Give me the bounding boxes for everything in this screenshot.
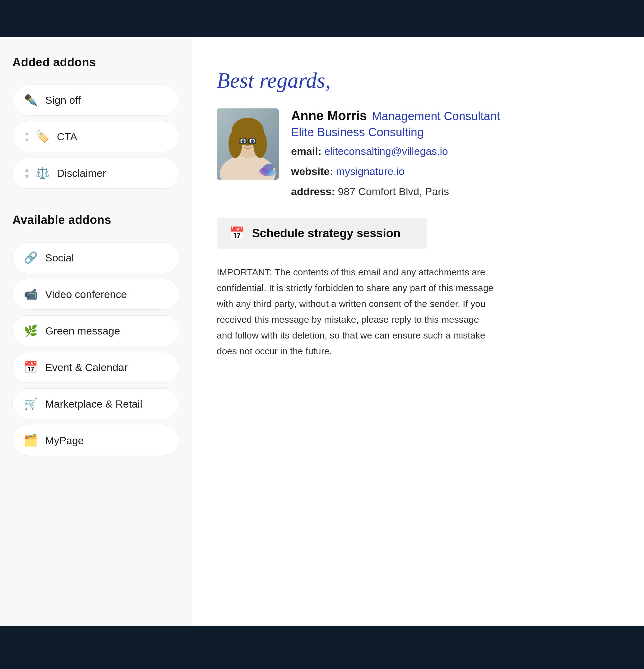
arrow-up[interactable]: ▲ <box>24 130 30 136</box>
added-addons-title: Added addons <box>12 56 179 69</box>
arrow-down[interactable]: ▼ <box>24 137 30 143</box>
sig-name: Anne Morris <box>291 109 367 123</box>
cta-button[interactable]: 📅 Schedule strategy session <box>217 218 427 249</box>
available-item-event-calendar[interactable]: 📅 Event & Calendar <box>12 352 179 383</box>
available-label-social: Social <box>45 252 74 264</box>
svg-point-6 <box>253 130 267 158</box>
reorder-arrows-disclaimer[interactable]: ▲ ▼ <box>24 167 30 180</box>
greeting-text: Best regards, <box>217 68 619 93</box>
addon-item-cta[interactable]: ▲ ▼ 🏷️ CTA <box>12 121 179 152</box>
address-value: 987 Comfort Blvd, Paris <box>338 186 449 197</box>
sig-website: website: mysignature.io <box>291 163 619 179</box>
email-link[interactable]: eliteconsalting@villegas.io <box>325 145 448 157</box>
main-container: Added addons ✒️ Sign off ▲ ▼ 🏷️ CTA ▲ ▼ … <box>0 37 644 626</box>
video-icon: 📹 <box>24 288 38 301</box>
available-label-green: Green message <box>45 325 120 337</box>
addon-label-sign-off: Sign off <box>45 94 81 106</box>
leaf-icon: 🌿 <box>24 324 38 337</box>
sig-company: Elite Business Consulting <box>291 126 619 139</box>
available-item-green-message[interactable]: 🌿 Green message <box>12 315 179 346</box>
addon-label-cta: CTA <box>57 131 77 143</box>
sig-title: Management Consultant <box>372 110 500 123</box>
website-link[interactable]: mysignature.io <box>336 166 405 177</box>
avatar-svg <box>217 109 278 180</box>
svg-point-9 <box>242 139 245 143</box>
reorder-arrows-cta[interactable]: ▲ ▼ <box>24 130 30 143</box>
sig-address: address: 987 Comfort Blvd, Paris <box>291 184 619 199</box>
arrow-up-disc[interactable]: ▲ <box>24 167 30 173</box>
available-item-marketplace-retail[interactable]: 🛒 Marketplace & Retail <box>12 388 179 419</box>
calendar-icon: 📅 <box>24 361 38 374</box>
mypage-icon: 🗂️ <box>24 434 38 447</box>
email-label: email: <box>291 145 321 157</box>
tag-icon: 🏷️ <box>35 130 49 143</box>
signature-card: Anne Morris Management Consultant Elite … <box>217 109 619 199</box>
avatar <box>217 109 278 180</box>
available-item-mypage[interactable]: 🗂️ MyPage <box>12 425 179 456</box>
scales-icon: ⚖️ <box>35 167 49 180</box>
addon-label-disclaimer: Disclaimer <box>57 167 106 179</box>
arrow-down-disc[interactable]: ▼ <box>24 173 30 180</box>
disclaimer-text: IMPORTANT: The contents of this email an… <box>217 264 496 359</box>
pen-icon: ✒️ <box>24 94 38 106</box>
addon-item-disclaimer[interactable]: ▲ ▼ ⚖️ Disclaimer <box>12 158 179 189</box>
available-item-video-conference[interactable]: 📹 Video conference <box>12 279 179 310</box>
available-item-social[interactable]: 🔗 Social <box>12 242 179 273</box>
available-label-calendar: Event & Calendar <box>45 361 128 373</box>
available-label-mypage: MyPage <box>45 435 84 446</box>
available-addons-section: Available addons 🔗 Social 📹 Video confer… <box>12 213 179 456</box>
left-panel: Added addons ✒️ Sign off ▲ ▼ 🏷️ CTA ▲ ▼ … <box>0 37 192 626</box>
svg-point-10 <box>251 139 254 143</box>
right-panel: Best regards, <box>192 37 644 626</box>
sig-email: email: eliteconsalting@villegas.io <box>291 143 619 159</box>
cta-calendar-icon: 📅 <box>229 226 245 241</box>
cart-icon: 🛒 <box>24 397 38 410</box>
available-label-marketplace: Marketplace & Retail <box>45 398 142 410</box>
available-addons-title: Available addons <box>12 213 179 227</box>
share-icon: 🔗 <box>24 251 38 264</box>
available-label-video: Video conference <box>45 288 127 300</box>
address-label: address: <box>291 186 335 197</box>
top-bar <box>0 0 644 37</box>
signature-info: Anne Morris Management Consultant Elite … <box>291 109 619 199</box>
bottom-bar <box>0 626 644 669</box>
website-label: website: <box>291 166 333 177</box>
cta-label: Schedule strategy session <box>252 227 400 240</box>
addon-item-sign-off[interactable]: ✒️ Sign off <box>12 85 179 115</box>
